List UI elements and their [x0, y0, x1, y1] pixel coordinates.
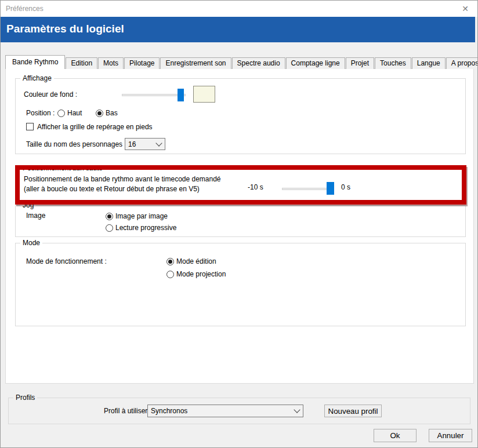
- radio-position-haut[interactable]: [57, 110, 65, 117]
- bg-color-swatch[interactable]: [193, 86, 215, 103]
- name-size-select[interactable]: 16: [125, 138, 165, 150]
- preferences-dialog: Préférences ✕ Paramètres du logiciel Ban…: [0, 0, 478, 448]
- radio-lecture-progressive-label[interactable]: Lecture progressive: [115, 224, 176, 232]
- sauts-description-line1: Positionnement de la bande rythmo avant …: [24, 175, 221, 183]
- tab-touches[interactable]: Touches: [375, 57, 411, 69]
- chevron-down-icon: [291, 410, 303, 412]
- tab-spectre-audio[interactable]: Spectre audio: [232, 57, 285, 69]
- radio-image-par-image[interactable]: [106, 213, 113, 220]
- radio-lecture-progressive[interactable]: [106, 224, 113, 232]
- grid-checkbox-label[interactable]: Afficher la grille de repérage en pieds: [37, 123, 153, 131]
- sauts-slider-thumb[interactable]: [327, 182, 334, 195]
- page-title: Paramètres du logiciel: [6, 23, 124, 35]
- new-profile-button[interactable]: Nouveau profil: [324, 405, 382, 417]
- group-profils: Profils Profil à utiliser : Synchronos N…: [8, 398, 470, 424]
- group-jog-title: Jog: [20, 201, 36, 209]
- group-mode-title: Mode: [20, 239, 42, 247]
- radio-mode-edition[interactable]: [166, 258, 174, 265]
- group-jog: Jog Image Image par image Lecture progre…: [15, 205, 466, 237]
- close-icon[interactable]: ✕: [456, 2, 475, 15]
- group-affichage: Affichage Couleur de fond : Position : H…: [15, 78, 466, 154]
- tab-enregistrement-son[interactable]: Enregistrement son: [160, 57, 231, 69]
- bg-color-slider-thumb[interactable]: [178, 89, 184, 101]
- tab-page-bande-rythmo: Affichage Couleur de fond : Position : H…: [5, 68, 474, 384]
- group-affichage-title: Affichage: [20, 74, 54, 82]
- radio-mode-edition-label[interactable]: Mode édition: [176, 257, 216, 265]
- bg-color-label: Couleur de fond :: [24, 90, 77, 99]
- cancel-button[interactable]: Annuler: [429, 429, 472, 442]
- tab-projet[interactable]: Projet: [346, 57, 374, 69]
- profil-a-utiliser-label: Profil à utiliser :: [104, 407, 151, 415]
- tab-mots[interactable]: Mots: [98, 57, 124, 69]
- sauts-slider-track[interactable]: [282, 188, 333, 190]
- profile-select[interactable]: Synchronos: [147, 405, 303, 417]
- mode-fonctionnement-label: Mode de fonctionnement :: [26, 257, 107, 265]
- radio-position-bas[interactable]: [96, 110, 103, 117]
- name-size-label: Taille du nom des personnages :: [26, 140, 126, 148]
- position-label: Position :: [26, 109, 55, 117]
- tab-a-propos[interactable]: A propos: [446, 57, 478, 69]
- sauts-slider-min-label: -10 s: [248, 183, 263, 191]
- grid-checkbox[interactable]: [26, 123, 34, 130]
- group-mode: Mode Mode de fonctionnement : Mode éditi…: [15, 243, 466, 326]
- group-positionnement-sauts-title: Positionnement aux sauts: [20, 164, 104, 172]
- ok-button[interactable]: Ok: [374, 429, 417, 442]
- radio-image-par-image-label[interactable]: Image par image: [115, 212, 168, 220]
- sauts-slider-value-label: 0 s: [341, 183, 350, 191]
- group-positionnement-sauts: Positionnement aux sauts Positionnement …: [15, 168, 466, 201]
- software-header: Paramètres du logiciel: [1, 17, 475, 42]
- tab-comptage-ligne[interactable]: Comptage ligne: [286, 57, 345, 69]
- radio-position-haut-label[interactable]: Haut: [67, 109, 82, 117]
- chevron-down-icon: [153, 143, 165, 145]
- radio-position-bas-label[interactable]: Bas: [106, 109, 118, 117]
- sauts-description-line2: (aller à boucle ou texte et Retour début…: [24, 185, 200, 193]
- tab-langue[interactable]: Langue: [412, 57, 446, 69]
- tab-bande-rythmo[interactable]: Bande Rythmo: [5, 55, 65, 69]
- bg-color-slider-track[interactable]: [122, 94, 186, 96]
- radio-mode-projection[interactable]: [166, 271, 174, 278]
- title-bar: Préférences ✕: [1, 1, 477, 17]
- radio-mode-projection-label[interactable]: Mode projection: [176, 270, 226, 278]
- profile-select-value: Synchronos: [148, 407, 291, 415]
- window-title: Préférences: [6, 5, 44, 13]
- group-profils-title: Profils: [13, 394, 37, 402]
- jog-image-label: Image: [26, 212, 45, 220]
- tab-edition[interactable]: Edition: [66, 57, 97, 69]
- name-size-value: 16: [125, 140, 153, 148]
- tab-pilotage[interactable]: Pilotage: [124, 57, 160, 69]
- tab-strip: Bande Rythmo Edition Mots Pilotage Enreg…: [5, 55, 478, 69]
